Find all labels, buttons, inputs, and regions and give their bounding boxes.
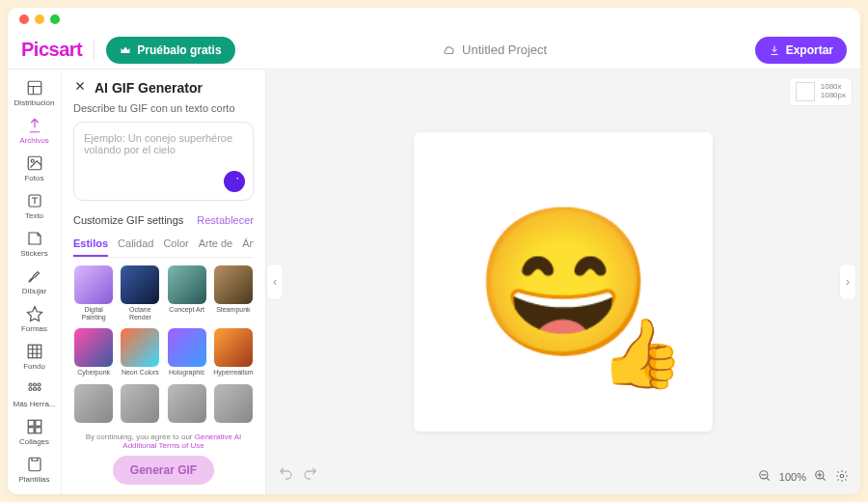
style-option[interactable]: Octane Render	[120, 265, 160, 322]
trial-label: Pruébalo gratis	[137, 43, 221, 57]
customize-label: Customize GIF settings	[73, 214, 183, 226]
cloud-icon	[443, 43, 456, 57]
sidebar-label: Formas	[21, 324, 47, 333]
sidebar-label: Plantillas	[18, 475, 49, 484]
style-grid: Digital PaintingOctane RenderConcept Art…	[73, 265, 254, 427]
template-icon	[26, 456, 43, 473]
project-name[interactable]: Untitled Project	[235, 42, 755, 57]
tab-estilos[interactable]: Estilos	[73, 234, 108, 257]
style-option[interactable]	[213, 384, 254, 427]
sidebar-item-apps[interactable]: Más Herra...	[8, 376, 61, 412]
window-max-dot[interactable]	[50, 14, 60, 24]
style-option[interactable]: Cyberpunk	[73, 328, 114, 378]
style-thumbnail	[74, 328, 113, 367]
sidebar-label: Stickers	[20, 249, 47, 258]
prompt-box	[73, 122, 254, 201]
image-icon	[26, 154, 43, 172]
sidebar-item-text[interactable]: Texto	[8, 188, 61, 224]
top-bar: Picsart Pruébalo gratis Untitled Project…	[8, 31, 860, 70]
zoom-out-icon[interactable]	[758, 469, 772, 485]
zoom-value: 100%	[779, 471, 806, 483]
window-min-dot[interactable]	[35, 14, 44, 24]
style-thumbnail	[214, 265, 253, 304]
sidebar-item-collage[interactable]: Collages	[8, 414, 61, 450]
style-label: Octane Render	[120, 306, 160, 321]
sidebar-item-sticker[interactable]: Stickers	[8, 226, 61, 262]
style-label: Concept Art	[169, 306, 204, 314]
sidebar-label: Texto	[25, 211, 43, 220]
sidebar-item-layout[interactable]: Distribución	[8, 75, 61, 111]
sidebar-item-star[interactable]: Formas	[8, 301, 61, 337]
svg-point-7	[38, 383, 41, 386]
collapse-right-handle[interactable]: ›	[839, 264, 856, 300]
upload-icon	[26, 117, 43, 134]
style-thumbnail	[74, 384, 113, 423]
export-label: Exportar	[786, 43, 833, 57]
style-option[interactable]: Concept Art	[167, 265, 207, 322]
style-option[interactable]: Neon Colors	[120, 328, 160, 378]
svg-rect-13	[28, 428, 34, 433]
style-option[interactable]	[120, 384, 160, 427]
sidebar-label: Archivos	[19, 136, 49, 145]
window-close-dot[interactable]	[19, 14, 29, 24]
svg-rect-14	[35, 428, 41, 433]
svg-point-9	[33, 388, 36, 391]
sidebar-item-series[interactable]: En Serie	[8, 489, 61, 494]
tab-calidad[interactable]: Calidad	[118, 234, 153, 257]
sidebar-item-template[interactable]: Plantillas	[8, 452, 61, 488]
prompt-input[interactable]	[84, 132, 243, 181]
sticker-icon	[26, 230, 43, 247]
artboard[interactable]: 😄 👍	[414, 132, 713, 432]
logo[interactable]: Picsart	[21, 39, 82, 61]
tab-áni[interactable]: Áni	[242, 234, 254, 257]
style-label: Holographic	[169, 369, 204, 376]
brush-icon	[26, 267, 43, 285]
sidebar-label: Collages	[19, 437, 49, 446]
style-label: Neon Colors	[122, 369, 159, 376]
settings-icon[interactable]	[835, 469, 849, 485]
tab-arte de[interactable]: Arte de	[199, 234, 232, 257]
terms-text: By continuing, you agree to our Generati…	[73, 432, 254, 450]
style-option[interactable]	[167, 384, 207, 427]
svg-point-10	[38, 388, 41, 391]
style-thumbnail	[121, 265, 159, 304]
magic-wand-button[interactable]	[224, 171, 245, 192]
style-thumbnail	[214, 384, 253, 423]
style-thumbnail	[214, 328, 253, 367]
collage-icon	[26, 418, 43, 435]
export-button[interactable]: Exportar	[755, 37, 847, 64]
collapse-left-handle[interactable]: ‹	[266, 264, 284, 300]
style-option[interactable]: Holographic	[167, 328, 207, 378]
svg-point-2	[31, 159, 34, 162]
generate-button[interactable]: Generar GIF	[113, 456, 214, 485]
svg-rect-12	[35, 420, 41, 426]
close-panel-icon[interactable]	[73, 79, 87, 97]
trial-button[interactable]: Pruébalo gratis	[106, 37, 234, 64]
sidebar-item-brush[interactable]: Dibujar	[8, 264, 61, 299]
sidebar-label: Más Herra...	[13, 400, 55, 408]
zoom-in-icon[interactable]	[814, 469, 827, 485]
dimension-badge[interactable]: 1080x1080px	[789, 77, 853, 106]
style-label: Cyberpunk	[77, 369, 110, 376]
sidebar-item-grid[interactable]: Fondo	[8, 339, 61, 375]
tab-color[interactable]: Color	[163, 234, 188, 257]
style-option[interactable]	[73, 384, 114, 427]
star-icon	[26, 305, 43, 322]
sidebar-item-upload[interactable]: Archivos	[8, 113, 61, 149]
panel-subtitle: Describe tu GIF con un texto corto	[73, 102, 254, 114]
redo-icon[interactable]	[303, 465, 318, 485]
svg-rect-11	[28, 420, 34, 426]
reset-link[interactable]: Restablecer	[197, 214, 254, 226]
style-thumbnail	[74, 265, 113, 304]
sidebar-label: Dibujar	[22, 287, 46, 295]
style-option[interactable]: Steampunk	[213, 265, 254, 322]
style-thumbnail	[121, 384, 159, 423]
style-option[interactable]: Digital Painting	[73, 265, 114, 322]
style-thumbnail	[121, 328, 159, 367]
sidebar-item-image[interactable]: Fotos	[8, 151, 61, 186]
undo-icon[interactable]	[278, 465, 293, 485]
style-thumbnail	[168, 328, 206, 367]
style-option[interactable]: Hyperrealism	[213, 328, 254, 378]
svg-rect-15	[29, 458, 41, 471]
grid-icon	[26, 343, 43, 360]
